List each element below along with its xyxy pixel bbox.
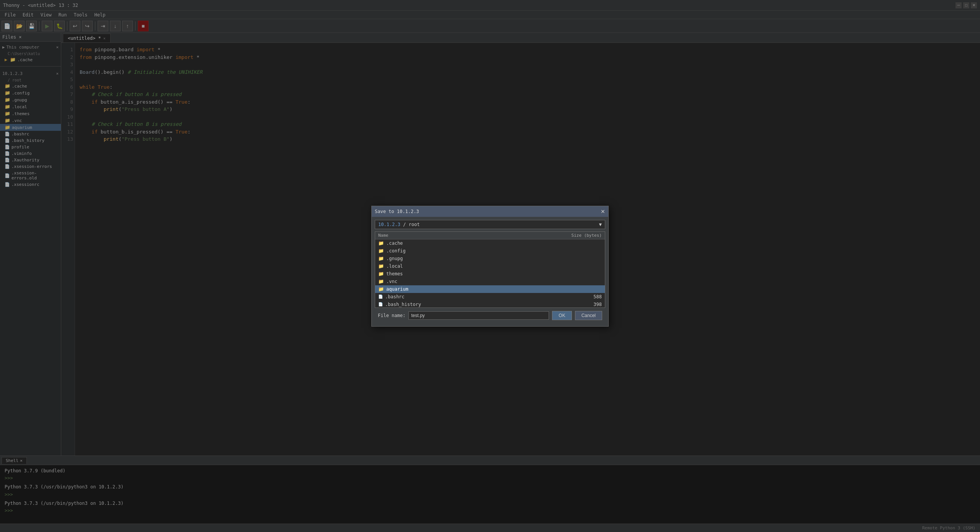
item-name: .gnupg [386, 256, 403, 261]
dialog-footer: File name: OK Cancel [375, 308, 605, 323]
dialog-item-themes[interactable]: 📁 themes [375, 270, 605, 278]
dialog-item-vnc[interactable]: 📁 .vnc [375, 278, 605, 285]
header-size: Size (bytes) [572, 233, 602, 238]
dialog-titlebar: Save to 10.1.2.3 ✕ [372, 206, 608, 217]
folder-icon: 📁 [378, 248, 384, 254]
filename-label: File name: [378, 313, 405, 318]
dialog-item-gnupg[interactable]: 📁 .gnupg [375, 255, 605, 262]
folder-icon: 📁 [378, 271, 384, 277]
dialog-item-aquarium[interactable]: 📁 aquarium [375, 285, 605, 293]
item-name: .bash_history [385, 302, 421, 307]
item-name: aquarium [386, 286, 408, 292]
dialog-item-bash-history[interactable]: 📄 .bash_history 398 [375, 301, 605, 308]
dialog-item-config[interactable]: 📁 .config [375, 247, 605, 255]
item-size: 588 [593, 294, 602, 299]
dialog-title: Save to 10.1.2.3 [375, 209, 419, 214]
dialog-overlay: Save to 10.1.2.3 ✕ 10.1.2.3 / root ▼ Nam… [0, 0, 980, 532]
dialog-path-main: 10.1.2.3 [378, 222, 400, 227]
folder-icon: 📁 [378, 279, 384, 284]
folder-icon: 📁 [378, 264, 384, 269]
folder-icon: 📁 [378, 241, 384, 246]
filename-input[interactable] [408, 311, 549, 320]
item-size: 398 [593, 302, 602, 307]
item-name: .config [386, 248, 406, 254]
save-dialog: Save to 10.1.2.3 ✕ 10.1.2.3 / root ▼ Nam… [371, 206, 609, 327]
item-name: .cache [386, 241, 403, 246]
dialog-list-header: Name Size (bytes) [375, 232, 605, 239]
item-name: .vnc [386, 279, 397, 284]
cancel-button[interactable]: Cancel [575, 311, 602, 320]
dialog-subpath: / root [403, 222, 420, 227]
dialog-item-bashrc[interactable]: 📄 .bashrc 588 [375, 293, 605, 301]
path-expand-icon[interactable]: ▼ [599, 222, 602, 227]
dialog-item-local[interactable]: 📁 .local [375, 262, 605, 270]
file-icon: 📄 [378, 302, 383, 306]
dialog-path-bar: 10.1.2.3 / root ▼ [375, 220, 605, 229]
dialog-item-cache[interactable]: 📁 .cache [375, 239, 605, 247]
file-icon: 📄 [378, 294, 383, 299]
folder-icon: 📁 [378, 256, 384, 261]
item-name: .bashrc [385, 294, 405, 299]
dialog-path-info: 10.1.2.3 / root [378, 222, 420, 227]
dialog-close-button[interactable]: ✕ [601, 208, 605, 215]
header-name: Name [378, 233, 389, 238]
folder-icon: 📁 [378, 286, 384, 292]
ok-button[interactable]: OK [552, 311, 572, 320]
dialog-body: 10.1.2.3 / root ▼ Name Size (bytes) 📁 .c… [372, 217, 608, 326]
item-name: themes [386, 271, 403, 277]
item-name: .local [386, 264, 403, 269]
dialog-file-list[interactable]: Name Size (bytes) 📁 .cache 📁 .config [375, 231, 605, 308]
